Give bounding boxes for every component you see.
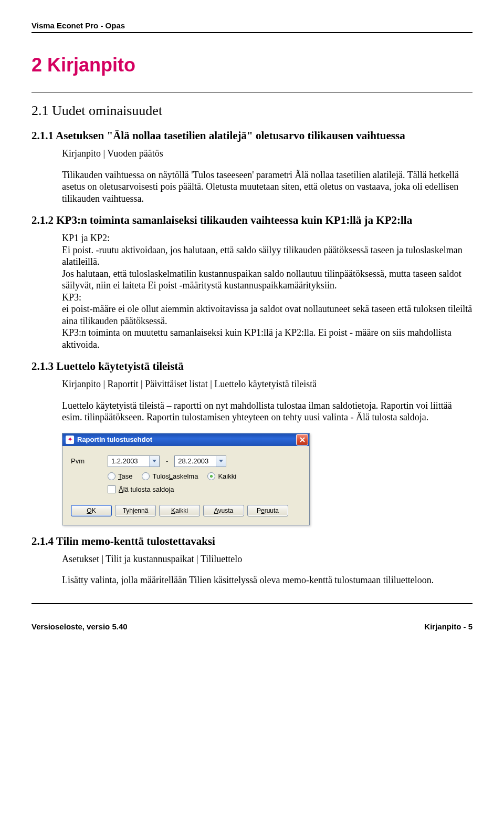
dialog-title-bar[interactable]: ✦ Raportin tulostusehdot <box>62 433 309 446</box>
subsection-2-1-2-title: 2.1.2 KP3:n toiminta samanlaiseksi tilik… <box>32 214 472 227</box>
doc-header: Visma Econet Pro - Opas <box>32 21 472 31</box>
footer-right: Kirjanpito - 5 <box>424 622 472 631</box>
close-button[interactable] <box>296 434 308 446</box>
peruuta-button[interactable]: Peruuta <box>247 505 288 516</box>
avusta-button[interactable]: Avusta <box>203 505 244 516</box>
subsection-2-1-3-title: 2.1.3 Luettelo käytetyistä tileistä <box>32 360 472 373</box>
checkbox-box <box>108 485 116 493</box>
section-2-1-2-body: KP1 ja KP2: Ei poist. -ruutu aktivoidaan… <box>62 232 472 350</box>
date-to-value: 28.2.2003 <box>175 457 216 465</box>
checkbox-label: Älä tulosta saldoja <box>119 485 174 493</box>
section-2-1-title: 2.1 Uudet ominaisuudet <box>32 103 472 119</box>
chevron-down-icon <box>152 460 156 462</box>
chevron-down-icon <box>219 460 223 462</box>
subsection-2-1-4-title: 2.1.4 Tilin memo-kenttä tulostettavaksi <box>32 535 472 548</box>
radio-tuloslaskelma[interactable]: TulosLaskelma <box>142 472 198 480</box>
chapter-title: 2 Kirjanpito <box>32 54 472 76</box>
section-2-1-4-body: Lisätty valinta, jolla määritellään Tili… <box>62 574 472 586</box>
date-to-combo[interactable]: 28.2.2003 <box>174 456 226 467</box>
print-options-dialog: ✦ Raportin tulostusehdot Pvm 1.2.2003 - <box>62 433 310 525</box>
footer-rule <box>32 603 472 604</box>
footer-left: Versioseloste, versio 5.40 <box>32 622 128 631</box>
tyhjenna-button[interactable]: Tyhjennä <box>115 505 156 516</box>
radio-tase-label: Tase <box>118 472 132 480</box>
radio-kaikki[interactable]: Kaikki <box>207 472 236 480</box>
radio-kaikki-label: Kaikki <box>218 472 236 480</box>
close-icon <box>300 437 305 442</box>
ok-button[interactable]: OK <box>71 505 112 516</box>
radio-tase-circle <box>108 472 116 480</box>
date-range-separator: - <box>166 457 168 465</box>
dialog-title: Raportin tulostusehdot <box>77 436 296 443</box>
date-to-dropdown[interactable] <box>216 456 226 467</box>
pvm-label: Pvm <box>71 457 108 465</box>
subsection-2-1-1-title: 2.1.1 Asetuksen "Älä nollaa tasetilien a… <box>32 129 472 142</box>
chapter-rule <box>32 92 472 92</box>
section-2-1-4-nav: Asetukset | Tilit ja kustannuspaikat | T… <box>62 553 472 565</box>
checkbox-ala-tulosta-saldoja[interactable]: Älä tulosta saldoja <box>108 485 301 493</box>
section-2-1-3-body: Luettelo käytetyistä tileistä – raportti… <box>62 400 472 423</box>
date-from-value: 1.2.2003 <box>108 457 149 465</box>
section-2-1-3-nav: Kirjanpito | Raportit | Päivittäiset lis… <box>62 378 472 390</box>
top-rule <box>32 32 472 33</box>
date-from-combo[interactable]: 1.2.2003 <box>108 456 160 467</box>
radio-tase[interactable]: Tase <box>108 472 132 480</box>
section-2-1-1-nav: Kirjanpito | Vuoden päätös <box>62 148 472 160</box>
app-icon: ✦ <box>66 436 74 444</box>
radio-tuloslaskelma-circle <box>142 472 150 480</box>
kaikki-button[interactable]: Kaikki <box>159 505 200 516</box>
section-2-1-1-body: Tilikauden vaihtuessa on näytöllä 'Tulos… <box>62 169 472 205</box>
date-from-dropdown[interactable] <box>149 456 159 467</box>
radio-tuloslaskelma-label: TulosLaskelma <box>152 472 198 480</box>
report-type-radiogroup: Tase TulosLaskelma Kaikki <box>108 472 301 480</box>
radio-kaikki-circle <box>207 472 215 480</box>
